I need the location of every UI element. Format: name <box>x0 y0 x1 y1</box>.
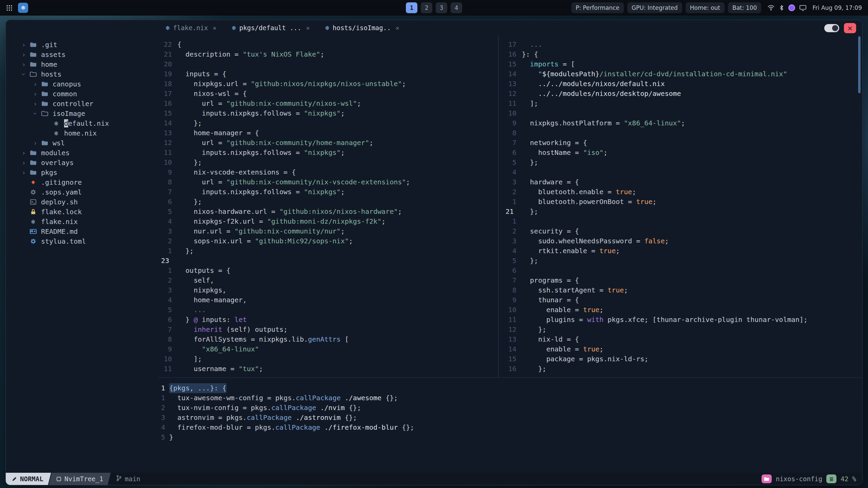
clock[interactable]: Fri Aug 09, 17:09 <box>812 4 862 11</box>
workspace-button-4[interactable]: 4 <box>451 2 462 13</box>
code-line: 8 ssh.startAgent = true; <box>503 285 862 295</box>
line-number: 4 <box>158 423 169 432</box>
tree-item-overlays[interactable]: ›overlays <box>6 158 158 167</box>
line-number: 17 <box>158 89 177 99</box>
folder-icon <box>40 91 50 97</box>
tabs: ❄flake.nix×❄pkgs/default ...×❄hosts/isoI… <box>159 20 406 36</box>
app-launcher-icon[interactable] <box>6 5 13 11</box>
tree-item-label: wsl <box>53 139 65 147</box>
code-line: 2 tux-nvim-config = pkgs.callPackage ./n… <box>158 403 862 413</box>
tree-item-readme-md[interactable]: README.md <box>6 226 158 236</box>
code-text: tux-nvim-config = pkgs.callPackage ./nvi… <box>169 403 361 413</box>
bluetooth-icon[interactable] <box>779 5 784 11</box>
line-number: 11 <box>503 315 522 325</box>
chevron-right-icon[interactable]: › <box>19 61 28 68</box>
chevron-right-icon[interactable]: › <box>31 80 40 88</box>
line-number: 15 <box>158 108 177 118</box>
chevron-right-icon[interactable]: › <box>19 149 28 157</box>
tree-item-assets[interactable]: ›assets <box>6 49 158 59</box>
workspace-button-3[interactable]: 3 <box>436 2 447 13</box>
tree-item-default-nix[interactable]: ❄default.nix <box>6 118 158 128</box>
line-number: 6 <box>158 197 177 207</box>
tree-item-controller[interactable]: ›controller <box>6 99 158 108</box>
chevron-down-icon[interactable]: › <box>20 70 27 79</box>
branch-label: main <box>125 475 140 483</box>
line-number: 4 <box>158 217 177 226</box>
project-label: nixos-config <box>776 475 822 483</box>
code-line: 9 nix-vscode-extensions = { <box>158 167 497 177</box>
code-text: firefox-mod-blur = pkgs.callPackage ./fi… <box>169 423 414 432</box>
chevron-down-icon[interactable]: › <box>32 109 39 118</box>
tab-flake-nix[interactable]: ❄flake.nix× <box>159 20 223 36</box>
tree-item-hosts[interactable]: ›hosts <box>6 69 158 79</box>
scrollbar[interactable] <box>858 36 861 93</box>
tab-close-icon[interactable]: × <box>213 24 216 32</box>
code-line: 10 enable = true; <box>503 305 862 315</box>
buffer-icon <box>56 476 61 482</box>
toggle-knob <box>832 25 838 31</box>
folder-icon <box>40 101 50 106</box>
status-chip-home-out[interactable]: Home: out <box>686 2 725 13</box>
wifi-icon[interactable] <box>767 5 775 11</box>
chevron-right-icon[interactable]: › <box>19 169 28 176</box>
editor-pane-iso[interactable]: 17 ...16}: {15 imports = [14 "${modulesP… <box>503 40 862 374</box>
file-tree[interactable]: ›.git›assets›home›hosts›canopus›common›c… <box>6 40 158 473</box>
tree-item-gitignore[interactable]: .gitignore <box>6 177 158 187</box>
chevron-right-icon[interactable]: › <box>19 159 28 166</box>
logo-badge[interactable]: ❄ <box>18 3 28 13</box>
tab-pkgs-default[interactable]: ❄pkgs/default ...× <box>225 20 316 36</box>
editor-pane-pkgs[interactable]: 1{pkgs, ...}: {1 tux-awesome-wm-config =… <box>158 383 862 442</box>
tab-label: pkgs/default ... <box>239 24 301 32</box>
editor-pane-flake[interactable]: 22{21 description = "tux's NixOS Flake";… <box>158 40 497 374</box>
chevron-right-icon[interactable]: › <box>31 139 40 147</box>
code-text: home-manager, <box>177 295 247 305</box>
code-line: 7 inputs.nixpkgs.follows = "nixpkgs"; <box>158 187 497 197</box>
code-text: ... <box>522 40 542 49</box>
line-number: 20 <box>158 59 177 69</box>
tree-item-canopus[interactable]: ›canopus <box>6 79 158 89</box>
code-line: 22{ <box>158 40 497 49</box>
tree-item-deploy-sh[interactable]: deploy.sh <box>6 197 158 207</box>
workspace-button-2[interactable]: 2 <box>421 2 432 13</box>
pane-separator-vertical[interactable] <box>498 36 499 377</box>
display-icon[interactable] <box>800 5 806 11</box>
pane-separator-horizontal[interactable] <box>158 377 862 378</box>
code-text: }; <box>522 364 546 374</box>
chevron-right-icon[interactable]: › <box>19 51 28 58</box>
tree-item-wsl[interactable]: ›wsl <box>6 138 158 148</box>
status-chip-gpu-integrated[interactable]: GPU: Integrated <box>627 2 682 13</box>
chevron-right-icon[interactable]: › <box>19 41 28 48</box>
lock-icon <box>28 209 38 215</box>
tree-item-flake-nix[interactable]: ❄flake.nix <box>6 217 158 226</box>
tree-item-common[interactable]: ›common <box>6 89 158 99</box>
tree-item-home[interactable]: ›home <box>6 59 158 69</box>
nix-icon: ❄ <box>166 24 170 32</box>
workspace-button-1[interactable]: 1 <box>406 2 417 13</box>
tree-item-pkgs[interactable]: ›pkgs <box>6 167 158 177</box>
code-line: 4 rtkit.enable = true; <box>503 246 862 256</box>
chevron-right-icon[interactable]: › <box>31 90 40 98</box>
tree-item-flake-lock[interactable]: flake.lock <box>6 207 158 217</box>
tree-item-home-nix[interactable]: ❄home.nix <box>6 128 158 138</box>
window-close-button[interactable]: × <box>844 23 856 33</box>
tree-item-git[interactable]: ›.git <box>6 40 158 49</box>
code-text: }; <box>522 256 538 266</box>
code-text: } <box>169 432 173 442</box>
line-number: 4 <box>158 295 177 305</box>
theme-icon[interactable] <box>788 4 795 11</box>
code-line: 7 networking = { <box>503 138 862 148</box>
chevron-right-icon[interactable]: › <box>31 100 40 107</box>
tree-item-isoimage[interactable]: ›isoImage <box>6 108 158 118</box>
pin-toggle[interactable] <box>824 24 839 32</box>
lines-icon: ≡ <box>826 474 836 483</box>
status-chip-bat-100[interactable]: Bat: 100 <box>728 2 761 13</box>
tab-close-icon[interactable]: × <box>306 24 310 32</box>
tab-close-icon[interactable]: × <box>396 24 399 32</box>
tab-hosts-isoimag[interactable]: ❄hosts/isoImag..× <box>319 20 406 36</box>
tree-item-sops-yaml[interactable]: .sops.yaml <box>6 187 158 197</box>
status-chip-p-performance[interactable]: P: Performance <box>571 2 624 13</box>
tree-item-stylua-toml[interactable]: stylua.toml <box>6 236 158 246</box>
top-bar: ❄ 1234 P: PerformanceGPU: IntegratedHome… <box>0 0 868 16</box>
line-number: 11 <box>503 99 522 108</box>
tree-item-modules[interactable]: ›modules <box>6 148 158 158</box>
